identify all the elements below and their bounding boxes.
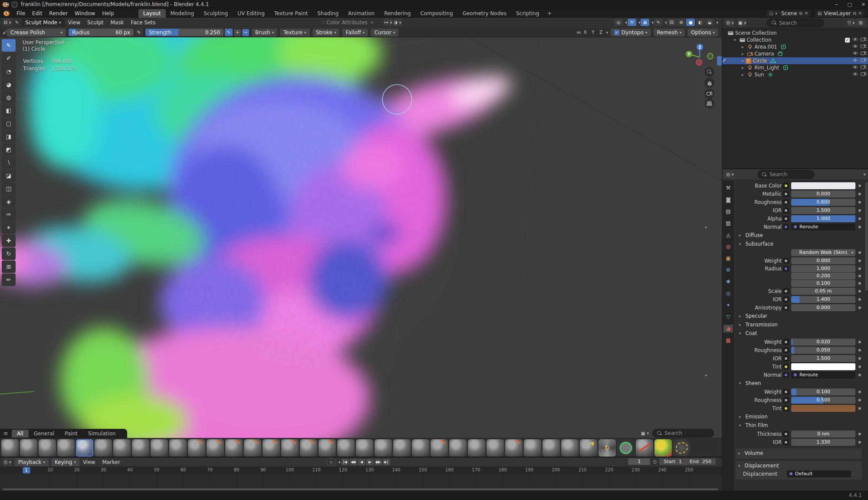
editor-type-icon[interactable]: ⊟▾ (3, 19, 12, 26)
radius-pressure-icon[interactable]: ✎ (135, 29, 143, 36)
remesh-dropdown[interactable]: Remesh▾ (654, 29, 685, 36)
brush-asset-27[interactable] (505, 439, 523, 457)
object-name[interactable]: Collection (747, 37, 772, 43)
workspace-tab-sculpting[interactable]: Sculpting (199, 9, 233, 18)
dyntopo-checkbox[interactable]: ✓ (614, 30, 619, 35)
tool-move[interactable]: ✚ (2, 234, 16, 247)
outliner-row-sun[interactable]: ▸Sun (723, 71, 868, 78)
object-name[interactable]: Sun (755, 72, 764, 78)
viewport-menu-view[interactable]: View (65, 19, 84, 26)
properties-tab-texture[interactable]: ▩ (723, 336, 733, 344)
brush-asset-14[interactable] (263, 439, 280, 457)
node-socket-button[interactable] (783, 389, 789, 395)
options-dropdown[interactable]: Options▾ (687, 29, 718, 36)
value-field[interactable]: 0.200 (791, 273, 855, 280)
brush-asset-11[interactable] (207, 439, 224, 457)
brush-asset-16[interactable] (300, 439, 317, 457)
tool-box-face-set[interactable]: ◨ (2, 130, 16, 143)
brush-asset-33[interactable] (617, 439, 635, 457)
brush-asset-0[interactable] (1, 439, 19, 457)
add-direction-button[interactable]: + (234, 29, 241, 36)
start-frame-field[interactable]: 1 (679, 459, 682, 464)
animate-property-dot[interactable]: ● (857, 340, 863, 344)
tool-box-trim[interactable]: ◩ (2, 143, 16, 156)
disclosure-triangle-icon[interactable]: ▸ (742, 45, 744, 49)
play-reverse-button[interactable]: ◀ (358, 459, 365, 465)
brush-asset-30[interactable] (561, 439, 579, 457)
brush-asset-5[interactable] (95, 439, 112, 457)
outliner-search-input[interactable]: Search (767, 19, 824, 27)
strength-pressure-icon[interactable]: ✎ (225, 29, 233, 36)
value-slider[interactable]: 0 nm (791, 431, 855, 438)
annotate-eyedropper-icon[interactable]: ✎ (654, 19, 663, 26)
value-slider[interactable]: 1.500 (791, 207, 855, 214)
menu-window[interactable]: Window (71, 10, 99, 17)
close-button[interactable]: ✕ (861, 2, 865, 7)
sculpt-scene-canvas[interactable] (0, 37, 722, 457)
disable-render-camera-icon[interactable] (861, 44, 866, 50)
play-button[interactable]: ▶ (366, 459, 374, 465)
animate-property-dot[interactable]: ● (857, 225, 863, 229)
brush-asset-24[interactable] (449, 439, 467, 457)
tool-cloth-filter[interactable]: ◫ (2, 182, 16, 195)
camera-view-button[interactable] (704, 89, 714, 99)
gizmo-y-axis[interactable]: Y (686, 51, 692, 57)
jump-to-end-button[interactable]: ▶| (383, 459, 390, 465)
brush-asset-36[interactable] (673, 439, 690, 457)
timeline-menu-keying[interactable]: Keying▾ (51, 458, 79, 466)
tool-menu-stroke[interactable]: Stroke▾ (312, 29, 340, 36)
node-socket-button[interactable] (783, 199, 789, 205)
brush-asset-19[interactable] (356, 439, 373, 457)
color-swatch[interactable] (791, 182, 855, 189)
properties-tab-modifiers[interactable]: ⚙ (723, 266, 733, 274)
tool-draw-brush[interactable]: ✎ (2, 39, 16, 52)
object-name[interactable]: Area.001 (755, 44, 777, 50)
sidebar-tab[interactable] (717, 56, 722, 66)
properties-tab-constraints[interactable]: ✦ (723, 301, 733, 309)
object-name[interactable]: Circle (753, 58, 767, 64)
auto-key-button[interactable]: ○ (326, 458, 336, 466)
new-viewlayer-icon[interactable]: ⧉ (853, 11, 856, 16)
value-slider[interactable]: 0.100 (791, 388, 855, 395)
disclosure-triangle-icon[interactable]: ▸ (705, 225, 707, 229)
viewport-menu-face-sets[interactable]: Face Sets (127, 19, 159, 26)
section-diffuse[interactable]: ▸Diffuse (734, 231, 864, 240)
outliner-display-mode-icon[interactable]: ⊟▾ (726, 19, 734, 26)
tip-dropdown[interactable]: ◑▾ (393, 19, 402, 26)
section-emission[interactable]: ▸Emission (734, 412, 864, 421)
blender-menu-icon[interactable] (3, 11, 10, 16)
shelf-tab-all[interactable]: All (12, 430, 29, 438)
color-swatch[interactable] (791, 363, 855, 370)
outliner-filter-icon[interactable]: ▣▾ (738, 19, 746, 26)
node-socket-button[interactable] (783, 397, 789, 403)
next-keyframe-button[interactable]: ◆▶ (375, 459, 382, 465)
brush-asset-13[interactable] (244, 439, 261, 457)
properties-tab-object[interactable]: ▣ (723, 254, 733, 262)
tool-multires-eraser[interactable]: ◍ (2, 91, 16, 104)
radius-slider[interactable]: Radius 60 px (69, 29, 134, 36)
brush-asset-31[interactable] (580, 439, 597, 457)
mirror-axis-y[interactable]: Y (589, 29, 596, 36)
object-name[interactable]: Camera (755, 51, 774, 57)
disclosure-triangle-icon[interactable]: ▸ (742, 59, 744, 63)
section-thin-film[interactable]: ▾Thin Film (734, 421, 864, 430)
section-specular[interactable]: ▸Specular (734, 312, 864, 320)
properties-tab-material[interactable]: ◕ (723, 325, 733, 332)
menu-render[interactable]: Render (46, 10, 71, 17)
subsurface-method-dropdown[interactable]: Random Walk (Skin)▾ (791, 249, 855, 256)
outliner-row-rim-light[interactable]: ▸Rim_Light (723, 64, 868, 71)
section-subsurface[interactable]: ▾Subsurface (734, 240, 864, 248)
tool-paint-brush[interactable]: ✐ (2, 52, 16, 65)
node-socket-button[interactable] (783, 372, 789, 378)
collection-checkbox[interactable]: ✓ (845, 38, 850, 43)
brush-asset-26[interactable] (487, 439, 504, 457)
tool-draw-face-sets[interactable]: ◕ (2, 78, 16, 91)
outliner-row-circle[interactable]: ▸▽Circle (723, 57, 868, 64)
tool-mask-brush[interactable]: ◔ (2, 65, 16, 78)
value-slider[interactable]: 0.05 m (791, 288, 855, 295)
brush-asset-25[interactable] (468, 439, 485, 457)
mode-selector[interactable]: Sculpt Mode▾ (22, 19, 65, 26)
outliner-row-camera[interactable]: ▸Camera (723, 50, 868, 57)
overlays-toggle[interactable]: ⤧ (628, 19, 636, 26)
workspace-tab-geometry-nodes[interactable]: Geometry Nodes (458, 9, 511, 18)
